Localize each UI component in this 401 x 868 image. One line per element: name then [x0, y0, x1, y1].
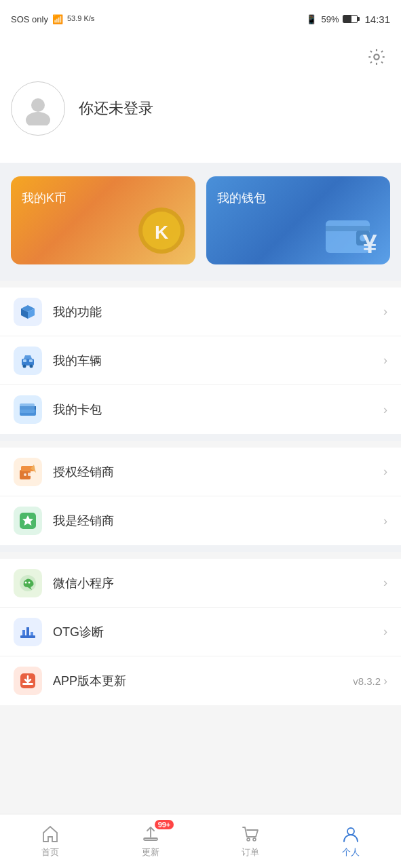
nav-order-label: 订单: [242, 846, 259, 859]
app-update-icon: [19, 672, 37, 690]
nav-home-label: 首页: [41, 846, 59, 859]
wallet-label: 我的钱包: [217, 190, 380, 206]
my-function-label: 我的功能: [53, 304, 383, 320]
settings-row: [11, 35, 390, 76]
svg-rect-30: [26, 627, 29, 635]
separator-1: [0, 434, 401, 441]
svg-point-13: [30, 364, 33, 368]
otg-icon: [19, 623, 37, 641]
status-left: SOS only 📶 53.9 K/s: [11, 14, 94, 24]
svg-point-12: [23, 364, 26, 368]
svg-point-37: [347, 828, 354, 835]
chevron-icon: ›: [383, 353, 387, 368]
svg-point-0: [374, 54, 379, 59]
dealer-icon: [18, 463, 37, 481]
svg-rect-28: [20, 635, 35, 638]
wallet-card[interactable]: 我的钱包 ¥: [206, 176, 391, 264]
battery-icon: [343, 15, 358, 23]
menu-item-app-update[interactable]: APP版本更新 v8.3.2 ›: [0, 656, 401, 705]
cardpack-icon: [19, 402, 37, 417]
update-badge: 99+: [155, 820, 174, 829]
car-icon: [19, 352, 37, 370]
menu-item-otg-diag[interactable]: OTG诊断 ›: [0, 608, 401, 656]
cards-section: 我的K币 K 我的钱包 ¥: [0, 163, 401, 281]
kcoin-icon: K: [134, 203, 189, 258]
svg-text:K: K: [154, 222, 168, 243]
svg-rect-15: [29, 359, 33, 362]
nav-home[interactable]: 首页: [0, 814, 100, 868]
chevron-icon: ›: [383, 465, 387, 479]
app-update-label: APP版本更新: [53, 673, 353, 689]
top-section: 你还未登录: [0, 35, 401, 163]
chevron-icon: ›: [383, 576, 387, 590]
svg-point-26: [25, 581, 27, 583]
status-bar: SOS only 📶 53.9 K/s 📱 59% 14:31: [0, 0, 401, 35]
svg-point-27: [28, 581, 31, 583]
status-right: 📱 59% 14:31: [306, 14, 390, 25]
otg-diag-label: OTG诊断: [53, 624, 383, 640]
network-speed: 53.9 K/s: [67, 14, 94, 23]
wechat-mini-label: 微信小程序: [53, 575, 383, 591]
person-icon: [341, 825, 360, 844]
time-display: 14:31: [364, 14, 390, 25]
svg-rect-14: [23, 359, 26, 362]
svg-rect-31: [31, 632, 33, 635]
menu-item-i-am-dealer[interactable]: 我是经销商 ›: [0, 496, 401, 545]
menu-item-my-cards[interactable]: 我的卡包 ›: [0, 385, 401, 434]
battery-percent: 59%: [321, 14, 339, 24]
app-icon-wrap: [14, 667, 42, 695]
svg-rect-22: [28, 473, 31, 476]
sos-text: SOS only: [11, 14, 48, 24]
chevron-icon: ›: [383, 625, 387, 639]
profile-row[interactable]: 你还未登录: [11, 76, 390, 146]
svg-rect-34: [144, 838, 157, 840]
menu-group-3: 微信小程序 › OTG诊断 ›: [0, 559, 401, 705]
my-cards-label: 我的卡包: [53, 401, 383, 418]
otg-icon-wrap: [14, 618, 42, 646]
menu-item-my-vehicle[interactable]: 我的车辆 ›: [0, 336, 401, 385]
star-icon-wrap: [14, 507, 42, 535]
menu-item-authorized-dealer[interactable]: 授权经销商 ›: [0, 448, 401, 496]
nav-order[interactable]: 订单: [201, 814, 301, 868]
app-version: v8.3.2: [353, 675, 381, 687]
i-am-dealer-label: 我是经销商: [53, 513, 383, 529]
svg-rect-29: [22, 630, 25, 635]
svg-point-21: [24, 473, 26, 476]
menu-group-1: 我的功能 › 我的车辆 ›: [0, 288, 401, 434]
svg-point-36: [253, 838, 256, 841]
menu-group-2: 授权经销商 › 我是经销商 ›: [0, 448, 401, 545]
nav-profile-label: 个人: [342, 846, 360, 859]
svg-text:¥: ¥: [362, 230, 377, 258]
menu-item-wechat-mini[interactable]: 微信小程序 ›: [0, 559, 401, 608]
nav-update-label: 更新: [142, 846, 159, 859]
chevron-icon: ›: [383, 403, 387, 417]
bottom-nav: 首页 99+ 更新 订单 个人: [0, 814, 401, 868]
nav-profile[interactable]: 个人: [301, 814, 401, 868]
svg-point-1: [31, 98, 45, 112]
wechat-icon: [18, 574, 37, 593]
login-prompt[interactable]: 你还未登录: [79, 98, 153, 119]
phone-icon: 📱: [306, 14, 317, 24]
my-vehicle-label: 我的车辆: [53, 353, 383, 369]
cardpack-icon-wrap: [14, 395, 42, 424]
svg-point-35: [247, 838, 250, 841]
menu-item-my-function[interactable]: 我的功能 ›: [0, 288, 401, 336]
kcoin-label: 我的K币: [22, 190, 185, 206]
wallet-icon: ¥: [322, 207, 383, 261]
wechat-icon-wrap: [14, 569, 42, 597]
star-icon: [19, 512, 37, 530]
signal-icon: 📶: [52, 14, 63, 24]
kcoin-card[interactable]: 我的K币 K: [11, 176, 195, 264]
separator-2: [0, 545, 401, 552]
cube-icon-wrap: [14, 298, 42, 326]
car-icon-wrap: [14, 347, 42, 375]
cart-icon: [241, 825, 260, 844]
chevron-icon: ›: [383, 514, 387, 528]
avatar-icon: [21, 92, 55, 125]
authorized-dealer-label: 授权经销商: [53, 464, 383, 480]
svg-point-2: [26, 112, 50, 125]
home-icon: [41, 825, 60, 844]
svg-rect-18: [20, 403, 35, 413]
nav-update[interactable]: 99+ 更新: [100, 814, 201, 868]
settings-button[interactable]: [363, 43, 390, 71]
